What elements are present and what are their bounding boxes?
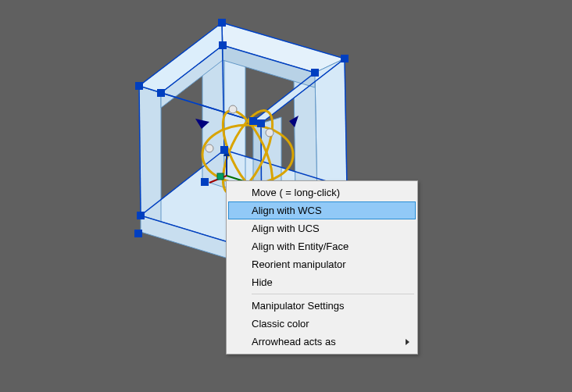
menu-item-move[interactable]: Move ( = long-click): [228, 184, 416, 201]
menu-separator: [252, 294, 414, 294]
grip[interactable]: [219, 41, 227, 49]
menu-item-classic-color[interactable]: Classic color: [228, 315, 416, 333]
manipulator-ball-top[interactable]: [229, 105, 237, 113]
grip[interactable]: [257, 119, 265, 127]
context-menu[interactable]: Move ( = long-click) Align with WCS Alig…: [226, 180, 418, 355]
menu-label: Move ( = long-click): [252, 187, 340, 198]
menu-label: Align with Entity/Face: [252, 241, 349, 252]
menu-label: Align with WCS: [252, 205, 322, 216]
menu-label: Classic color: [252, 318, 309, 330]
grip[interactable]: [249, 117, 257, 125]
grip[interactable]: [311, 69, 319, 77]
menu-item-reorient[interactable]: Reorient manipulator: [228, 255, 416, 273]
manipulator-ball-left[interactable]: [206, 144, 213, 152]
menu-item-settings[interactable]: Manipulator Settings: [228, 297, 416, 315]
menu-label: Align with UCS: [252, 223, 320, 234]
chevron-right-icon: [406, 339, 409, 345]
menu-item-align-entity[interactable]: Align with Entity/Face: [228, 237, 416, 255]
post-left: [139, 86, 161, 222]
menu-label: Hide: [252, 276, 273, 288]
manipulator-ball-right[interactable]: [266, 129, 273, 137]
grip[interactable]: [341, 55, 349, 62]
menu-label: Arrowhead acts as: [252, 336, 336, 347]
menu-item-align-ucs[interactable]: Align with UCS: [228, 219, 416, 237]
grip[interactable]: [157, 89, 165, 97]
menu-item-align-wcs[interactable]: Align with WCS: [228, 201, 416, 219]
grip[interactable]: [201, 178, 209, 186]
menu-label: Manipulator Settings: [252, 300, 345, 312]
grip[interactable]: [220, 146, 228, 154]
grip[interactable]: [218, 19, 226, 27]
menu-item-hide[interactable]: Hide: [228, 273, 416, 291]
menu-label: Reorient manipulator: [252, 258, 346, 270]
grip[interactable]: [134, 230, 142, 237]
menu-item-arrowhead[interactable]: Arrowhead acts as: [228, 333, 416, 351]
grip[interactable]: [137, 212, 145, 219]
manipulator-origin[interactable]: [217, 173, 223, 180]
grip[interactable]: [135, 82, 143, 90]
